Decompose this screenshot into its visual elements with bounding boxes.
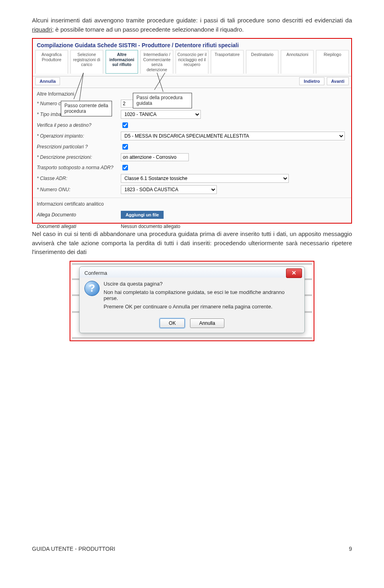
intro-paragraph: Alcuni inserimenti dati avvengono tramit… xyxy=(32,16,352,34)
callout-passo-corrente: Passo corrente della procedura xyxy=(61,101,112,116)
tab-anagrafica[interactable]: Anagrafica Produttore xyxy=(35,50,68,74)
dlg-line-3: Premere OK per continuare o Annulla per … xyxy=(104,304,300,310)
tab-annotazioni[interactable]: Annotazioni xyxy=(281,50,314,74)
ok-button[interactable]: OK xyxy=(160,318,185,328)
lbl-prescr-part: Prescrizioni particolari ? xyxy=(37,144,121,150)
close-icon[interactable]: ✕ xyxy=(286,268,302,278)
page-footer: GUIDA UTENTE - PRODUTTORI 9 xyxy=(32,546,352,552)
confirm-dialog: ✕ Conferma ? Uscire da questa pagina? No… xyxy=(79,266,305,333)
row-descr-prescr: * Descrizione prescrizioni: xyxy=(33,152,351,162)
lbl-allegati: Documenti allegati xyxy=(37,224,121,229)
select-operazioni[interactable]: D5 - MESSA IN DISCARICA SPECIALMENTE ALL… xyxy=(121,132,345,140)
row-numero-onu: * Numero ONU: 1823 - SODA CAUSTICA xyxy=(33,184,351,195)
tab-trasportatore[interactable]: Trasportatore xyxy=(211,50,244,74)
row-prescr-part: Prescrizioni particolari ? xyxy=(33,142,351,152)
annulla-button[interactable]: Annulla xyxy=(35,77,60,85)
footer-page-number: 9 xyxy=(349,546,352,552)
row-trasporto-adr: Trasporto sottoposto a norma ADR? xyxy=(33,162,351,173)
dlg-line-2: Non hai completato la compilazione guida… xyxy=(104,289,300,301)
lbl-trasporto-adr: Trasporto sottoposto a norma ADR? xyxy=(37,165,121,170)
row-operazioni: * Operazioni impianto: D5 - MESSA IN DIS… xyxy=(33,130,351,142)
intro-pre: Alcuni inserimenti dati avvengono tramit… xyxy=(32,17,352,24)
txt-nessun-doc: Nessun documento allegato xyxy=(121,224,180,229)
mid-paragraph: Nel caso in cui si tenti di abbandonare … xyxy=(32,230,352,257)
screenshot-wizard: Compilazione Guidata Schede SISTRI - Pro… xyxy=(32,38,352,224)
tab-selezione[interactable]: Selezione registrazioni di carico xyxy=(70,50,103,74)
chk-trasporto-adr[interactable] xyxy=(122,165,128,170)
lbl-numero-onu: * Numero ONU: xyxy=(37,187,121,192)
lbl-classe-adr: * Classe ADR: xyxy=(37,176,121,181)
intro-post: ; è possibile tornare ad un passo preced… xyxy=(52,26,244,33)
avanti-button[interactable]: Avanti xyxy=(327,77,349,85)
aggiungi-file-button[interactable]: Aggiungi un file xyxy=(121,211,164,219)
dlg-line-1: Uscire da questa pagina? xyxy=(104,281,300,287)
lbl-allega: Allega Documento xyxy=(37,212,121,218)
callout-passi-della: Passi della procedura guidata xyxy=(133,93,192,108)
lbl-verifica: Verifica il peso a destino? xyxy=(37,122,121,128)
tab-riepilogo[interactable]: Riepilogo xyxy=(316,50,349,74)
lbl-operazioni: * Operazioni impianto: xyxy=(37,133,121,139)
row-verifica: Verifica il peso a destino? xyxy=(33,120,351,130)
lbl-descr-prescr: * Descrizione prescrizioni: xyxy=(37,154,121,160)
screenshot-dialog: ✕ Conferma ? Uscire da questa pagina? No… xyxy=(70,261,314,341)
chk-verifica[interactable] xyxy=(122,122,128,128)
tab-intermediario[interactable]: Intermediario / Commerciante senza deten… xyxy=(140,50,173,74)
dialog-title: Conferma xyxy=(80,267,304,278)
input-descr-prescr[interactable] xyxy=(121,153,189,161)
select-tipo-imba[interactable]: 1020 - TANICA xyxy=(121,110,201,119)
footer-left: GUIDA UTENTE - PRODUTTORI xyxy=(32,546,115,552)
row-classe-adr: * Classe ADR: Classe 6.1 Sostanze tossic… xyxy=(33,173,351,184)
question-icon: ? xyxy=(84,281,100,296)
section-cert: Informazioni certificato analitico xyxy=(33,198,351,208)
intro-link: riquadri xyxy=(32,26,52,33)
indietro-button[interactable]: Indietro xyxy=(299,77,324,85)
tab-consorzio[interactable]: Consorzio per il riciclaggio ed il recup… xyxy=(176,50,208,74)
select-classe-adr[interactable]: Classe 6.1 Sostanze tossiche xyxy=(121,174,289,183)
select-numero-onu[interactable]: 1823 - SODA CAUSTICA xyxy=(121,185,217,194)
chk-prescr-part[interactable] xyxy=(122,144,128,150)
nav-buttons: Annulla Indietro Avanti xyxy=(33,76,351,88)
wizard-tabs: Anagrafica Produttore Selezione registra… xyxy=(33,50,351,76)
dialog-text: Uscire da questa pagina? Non hai complet… xyxy=(104,281,300,312)
sh-title: Compilazione Guidata Schede SISTRI - Pro… xyxy=(33,39,351,50)
tab-altre-info[interactable]: Altre informazioni sul rifiuto xyxy=(106,50,138,74)
tab-destinatario[interactable]: Destinatario xyxy=(246,50,279,74)
annulla-dialog-button[interactable]: Annulla xyxy=(190,318,224,328)
row-allegati: Documenti allegati Nessun documento alle… xyxy=(33,221,351,232)
row-allega: Allega Documento Aggiungi un file xyxy=(33,208,351,221)
